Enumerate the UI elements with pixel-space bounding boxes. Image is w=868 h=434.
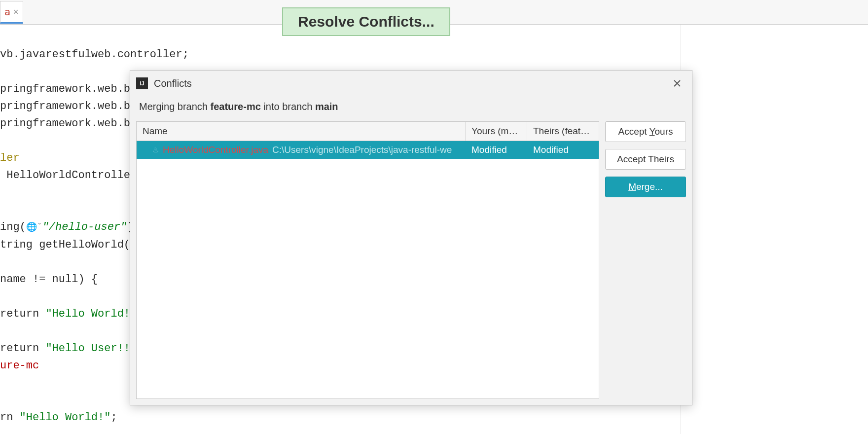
- theirs-status: Modified: [527, 143, 599, 157]
- yours-status: Modified: [466, 143, 527, 157]
- conflicts-table: Name Yours (main) Theirs (feature... ♨ H…: [136, 121, 599, 399]
- conflict-filename: HelloWorldController.java: [163, 145, 268, 155]
- dialog-title: Conflicts: [154, 78, 192, 89]
- code-line: ure-mc: [0, 360, 39, 372]
- code-line: tring getHelloWorld(: [0, 239, 130, 251]
- editor-tab[interactable]: a ×: [0, 1, 23, 24]
- table-header: Name Yours (main) Theirs (feature...: [137, 122, 599, 141]
- code-line: HelloWorldControlle: [0, 169, 130, 181]
- code-line: pringframework.web.b: [0, 100, 130, 112]
- tab-label: a: [4, 6, 10, 18]
- code-line: return "Hello World!: [0, 308, 130, 320]
- code-line: ler: [0, 152, 20, 164]
- close-icon[interactable]: [669, 75, 685, 91]
- branch-to: main: [315, 101, 338, 112]
- branch-from: feature-mc: [211, 101, 261, 112]
- column-name[interactable]: Name: [137, 122, 466, 141]
- merge-button[interactable]: Merge...: [605, 177, 686, 197]
- table-row[interactable]: ♨ HelloWorldController.java C:\Users\vig…: [137, 141, 599, 159]
- column-yours[interactable]: Yours (main): [466, 122, 527, 141]
- code-line: return "Hello User!!: [0, 342, 130, 355]
- close-icon[interactable]: ×: [13, 7, 19, 17]
- accept-theirs-button[interactable]: Accept Theirs: [605, 149, 686, 170]
- code-line: pringframework.web.b: [0, 117, 130, 130]
- resolve-conflicts-banner: Resolve Conflicts...: [282, 7, 450, 36]
- dialog-body: Name Yours (main) Theirs (feature... ♨ H…: [130, 121, 692, 405]
- intellij-icon: IJ: [136, 77, 148, 89]
- dialog-subtitle: Merging branch feature-mc into branch ma…: [130, 94, 692, 121]
- dialog-titlebar[interactable]: IJ Conflicts: [130, 71, 692, 94]
- globe-icon: 🌐ˇ: [26, 222, 42, 232]
- accept-yours-button[interactable]: Accept Yours: [605, 121, 686, 142]
- conflicts-dialog: IJ Conflicts Merging branch feature-mc i…: [130, 70, 692, 405]
- java-file-icon: ♨: [152, 145, 159, 154]
- column-theirs[interactable]: Theirs (feature...: [527, 122, 599, 141]
- code-line: name != null) {: [0, 273, 98, 286]
- code-line: ing(🌐ˇ"/hello-user"): [0, 221, 133, 233]
- code-line: vb.javarestfulweb.controller;: [0, 48, 189, 61]
- dialog-button-column: Accept Yours Accept Theirs Merge...: [605, 121, 686, 399]
- conflict-filepath: C:\Users\vigne\IdeaProjects\java-restful…: [272, 145, 452, 155]
- code-line: rn "Hello World!";: [0, 411, 117, 424]
